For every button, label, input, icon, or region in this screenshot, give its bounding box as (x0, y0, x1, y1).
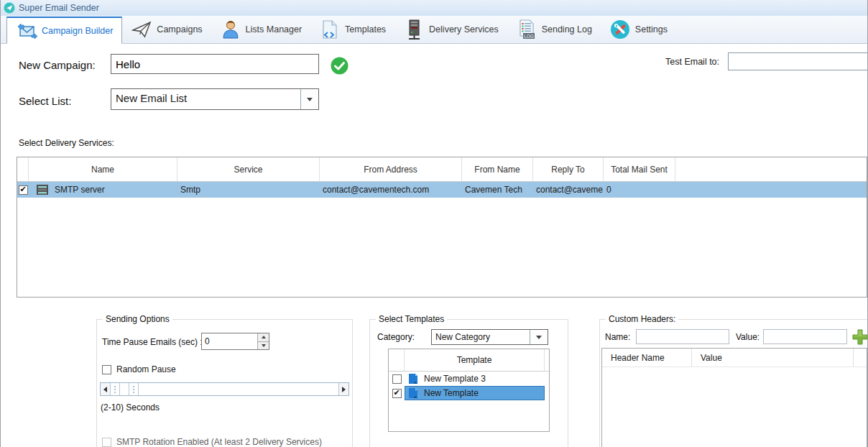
column-header-from-name[interactable]: From Name (462, 157, 533, 182)
slider-max-handle[interactable] (129, 383, 139, 395)
column-header-template[interactable]: Template (405, 349, 545, 372)
tab-lists-manager[interactable]: Lists Manager (211, 16, 311, 43)
tab-strip: Campaign Builder Campaigns Lists Manager (1, 16, 867, 44)
log-badge-text: LOG (524, 34, 534, 39)
select-templates-group: Select Templates Category: New Category … (369, 319, 568, 447)
slider-min-handle[interactable] (111, 383, 120, 395)
envelope-arrows-icon (16, 20, 37, 42)
template-row[interactable]: New Template 3 (389, 372, 549, 386)
header-value-input[interactable] (763, 329, 847, 344)
select-list-label: Select List: (19, 95, 71, 107)
column-header-total-mail-sent[interactable]: Total Mail Sent (604, 157, 675, 182)
sending-options-group: Sending Options Time Pause Emails (sec) … (96, 319, 353, 447)
template-file-icon (407, 387, 419, 399)
slider-left-button[interactable] (101, 383, 111, 395)
dropdown-button[interactable] (530, 330, 548, 344)
slider-range-box[interactable] (120, 383, 129, 395)
tab-label: Lists Manager (246, 24, 303, 34)
pause-range-slider[interactable] (100, 382, 349, 396)
smtp-rotation-checkbox (102, 438, 111, 447)
cell-total-mail-sent: 0 (604, 182, 675, 198)
template-row-selected[interactable]: New Template (389, 386, 549, 400)
random-pause-label: Random Pause (116, 364, 176, 374)
column-header-reply-to[interactable]: Reply To (533, 157, 604, 182)
column-header-service[interactable]: Service (177, 157, 320, 182)
delivery-services-section-label: Select Delivery Services: (19, 138, 114, 148)
delivery-service-row[interactable]: SMTP server Smtp contact@cavementech.com… (17, 182, 867, 198)
template-checkbox[interactable] (392, 389, 402, 398)
cell-from-address: contact@cavementech.com (320, 182, 462, 198)
template-checkbox[interactable] (392, 374, 402, 384)
new-campaign-input[interactable] (111, 54, 319, 74)
cell-reply-to: contact@caveme (533, 182, 604, 198)
header-checkbox-column (17, 157, 29, 182)
cell-service: Smtp (177, 182, 320, 198)
test-email-input[interactable] (728, 52, 868, 70)
category-value: New Category (432, 330, 530, 344)
tab-label: Delivery Services (429, 24, 499, 34)
dropdown-button[interactable] (300, 89, 318, 109)
app-logo-icon (4, 2, 15, 14)
custom-headers-group: Custom Headers: Name: Value: Header Name… (599, 319, 868, 447)
tab-settings[interactable]: Settings (601, 16, 676, 43)
column-header-from-address[interactable]: From Address (320, 157, 462, 182)
cell-filler (675, 182, 867, 198)
header-filler (545, 349, 550, 372)
category-label: Category: (377, 332, 415, 342)
person-icon (220, 19, 241, 40)
smtp-rotation-checkbox-row: SMTP Rotation Enabled (At least 2 Delive… (102, 437, 322, 447)
tab-templates[interactable]: Templates (310, 16, 394, 43)
select-templates-title: Select Templates (376, 314, 447, 324)
cell-name: SMTP server (55, 185, 105, 195)
template-table: Template New Template 3 (388, 349, 550, 432)
random-pause-checkbox-row[interactable]: Random Pause (102, 364, 176, 374)
document-code-icon (319, 19, 341, 40)
add-header-button[interactable] (851, 328, 868, 346)
header-name-input[interactable] (636, 329, 729, 344)
tab-label: Campaigns (157, 24, 202, 34)
plus-icon (851, 328, 868, 346)
column-header-value[interactable]: Value (692, 349, 854, 367)
grip-dots-icon (133, 389, 134, 390)
time-pause-value: 0 (202, 333, 257, 349)
spinner-down-button[interactable] (258, 342, 269, 350)
smtp-server-icon (36, 185, 49, 195)
sending-options-title: Sending Options (103, 314, 172, 324)
slider-right-button[interactable] (338, 383, 348, 395)
custom-headers-title: Custom Headers: (606, 314, 678, 324)
category-dropdown[interactable]: New Category (431, 329, 548, 345)
slider-track[interactable] (139, 383, 338, 395)
app-title: Super Email Sender (19, 3, 99, 13)
tools-circle-icon (609, 19, 631, 40)
header-filler (675, 157, 867, 182)
valid-check-icon (331, 57, 348, 78)
row-checkbox[interactable] (19, 185, 28, 195)
custom-headers-table: Header Name Value (601, 348, 867, 447)
template-label: New Template (424, 388, 479, 398)
arrow-right-icon (342, 387, 346, 392)
template-label: New Template 3 (424, 374, 486, 384)
tab-delivery-services[interactable]: Delivery Services (394, 16, 507, 43)
tab-sending-log[interactable]: LOG Sending Log (507, 16, 601, 43)
time-pause-spinner[interactable]: 0 (201, 333, 269, 350)
delivery-services-table: Name Service From Address From Name Repl… (17, 157, 867, 298)
header-filler (854, 349, 867, 367)
custom-headers-table-header: Header Name Value (602, 349, 867, 367)
template-file-icon (407, 373, 419, 384)
arrow-left-icon (103, 387, 107, 392)
chevron-down-icon (307, 98, 313, 101)
tab-campaign-builder[interactable]: Campaign Builder (6, 17, 122, 44)
new-campaign-label: New Campaign: (19, 59, 96, 71)
random-pause-checkbox[interactable] (102, 365, 111, 374)
chevron-up-icon (262, 336, 266, 338)
app-window: Super Email Sender Campaign Builder (0, 0, 868, 447)
select-list-dropdown[interactable]: New Email List (111, 88, 319, 110)
tab-campaigns[interactable]: Campaigns (122, 16, 211, 43)
spinner-up-button[interactable] (258, 333, 269, 342)
paper-plane-icon (131, 19, 152, 40)
delivery-table-header: Name Service From Address From Name Repl… (17, 157, 867, 182)
column-header-name[interactable]: Name (29, 157, 177, 182)
header-value-label: Value: (736, 332, 760, 342)
time-pause-label: Time Pause Emails (sec) : (102, 337, 203, 347)
column-header-header-name[interactable]: Header Name (602, 349, 692, 367)
